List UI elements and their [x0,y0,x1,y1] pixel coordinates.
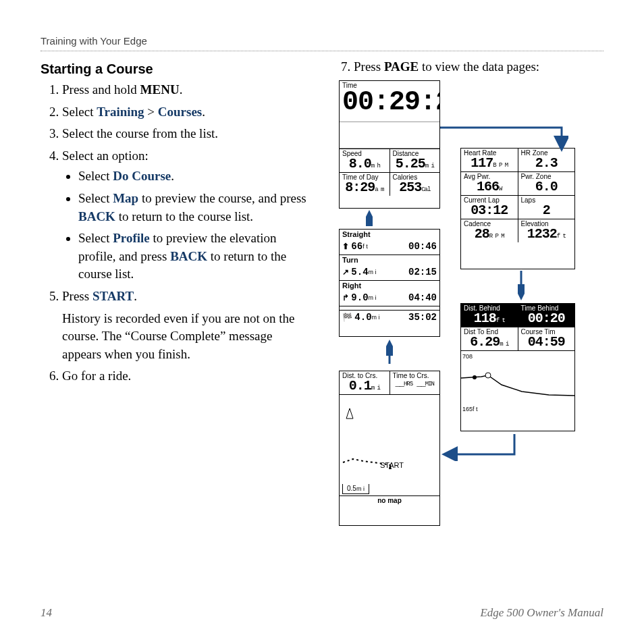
left-column: Starting a Course Press and hold MENU. S… [41,58,312,553]
link-courses: Courses [158,105,202,119]
right-column: Press PAGE to view the data pages: Time … [332,58,603,553]
manual-title: Edge 500 Owner's Manual [480,605,603,621]
no-map-label: no map [340,495,439,506]
steps-list: Press and hold MENU. Select Training > C… [41,81,312,385]
screen-map: Dist. to Crs.0.1m i Time to Crs.__HRS __… [339,371,440,526]
arrow-icon [366,210,373,227]
step-5-note: History is recorded even if you are not … [62,310,312,364]
option-profile: Select Profile to preview the elevation … [78,230,312,284]
north-arrow-icon [346,408,353,419]
value-hr: 117 [471,155,493,171]
screen-directions: Straight ⬆ 66f t00:46 Turn ↗ 5.4m i02:15… [339,229,440,337]
screens-figure: Time 00:29:20 Speed 8.0m h Distance 5.25… [332,80,602,553]
dir-turn: Turn [340,254,439,265]
step-4-options: Select Do Course. Select Map to preview … [62,167,312,284]
elev-top: 708 [462,352,473,361]
menu-key: MENU [140,82,180,97]
section-heading: Starting a Course [41,59,312,78]
value-dist-end: 6.29 [470,334,500,350]
map-scale: 0.5 [347,485,356,492]
running-head: Training with Your Edge [41,34,603,48]
value-distance: 5.25 [396,156,425,171]
value-tod: 8:29 [345,180,375,195]
option-map: Select Map to preview the course, and pr… [78,190,312,225]
step-text: Press and hold [62,82,140,97]
arrow-icon [440,121,568,155]
value-laps: 2 [521,204,572,217]
page-number: 14 [41,605,52,621]
value-currentlap: 03:12 [464,204,515,217]
value-speed: 8.0 [349,156,371,171]
svg-text:START: START [380,461,404,469]
value-course-time: 04:59 [521,336,572,349]
link-training: Training [97,105,144,119]
screen-hr: Heart Rate117B P M HR Zone2.3 Avg Pwr.16… [460,148,575,269]
value-dist-to-crs: 0.1 [349,378,371,394]
value-avgpwr: 166 [477,179,499,194]
map-icon: START [340,395,440,496]
value-pwrzone: 6.0 [521,180,572,194]
step-6: Go for a ride. [62,367,312,385]
step-1: Press and hold MENU. [62,81,312,99]
value-elev: 1232 [527,226,557,242]
svg-point-1 [473,375,477,379]
value-hrzone: 2.3 [521,157,572,170]
screen-behind: Dist. Behind118f t Time Behind00:20 Dist… [460,303,575,431]
option-do-course: Select Do Course. [78,167,312,186]
value-dist-behind: 118 [474,311,496,326]
arrow-icon [440,434,521,461]
value-time: 00:29:20 [342,89,437,116]
step-4: Select an option: Select Do Course. Sele… [62,147,312,284]
step-3: Select the course from the list. [62,125,312,143]
step-2: Select Training > Courses. [62,103,312,122]
steps-list-right: Press PAGE to view the data pages: [332,58,603,76]
dir-right: Right [340,280,439,291]
page-footer: 14 Edge 500 Owner's Manual [41,605,603,621]
value-calories: 253 [399,180,421,195]
arrow-icon [386,338,393,369]
elev-bot: 165 [462,406,473,412]
dir-straight: Straight [340,230,439,240]
elevation-chart-icon [461,351,575,416]
divider-dotted [41,51,603,51]
step-7: Press PAGE to view the data pages: [354,58,603,76]
screen-timer: Time 00:29:20 Speed 8.0m h Distance 5.25… [339,80,440,209]
svg-point-0 [485,373,491,378]
step-5: Press START. History is recorded even if… [62,288,312,363]
arrow-icon [518,271,525,302]
page-key: PAGE [384,59,419,74]
value-time-behind: 00:20 [521,312,572,325]
value-cadence: 28 [475,226,489,242]
